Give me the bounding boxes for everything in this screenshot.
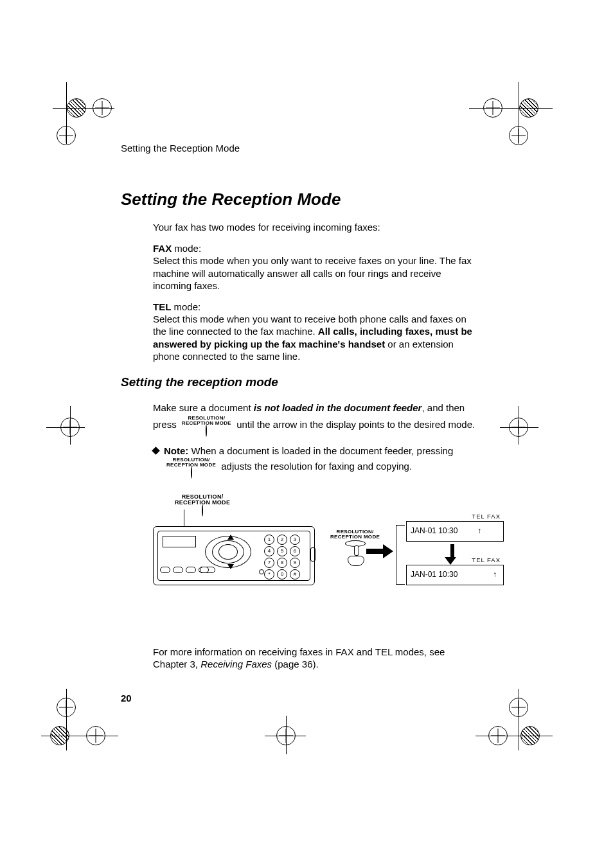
- tel-mode-heading: TEL mode: Select this mode when you want…: [153, 301, 481, 362]
- fax-mode-suffix: mode:: [172, 243, 201, 254]
- keypad-8: 8: [277, 558, 287, 568]
- intro-paragraph: Your fax has two modes for receiving inc…: [153, 221, 481, 233]
- keypad-0: 0: [277, 569, 287, 580]
- fax-machine-illustration: 123 456 789 *0#: [153, 526, 315, 585]
- keypad-7: 7: [264, 558, 274, 568]
- small-button-icon: [200, 567, 215, 573]
- arrow-right-icon: [366, 545, 393, 557]
- nav-up-icon: [227, 535, 234, 540]
- resolution-reception-mode-key-icon: RESOLUTION/ RECEPTION MODE: [182, 416, 231, 436]
- step-post: until the arrow in the display points to…: [236, 420, 475, 430]
- keypad-1: 1: [264, 535, 274, 545]
- tel-fax-label: TEL FAX: [472, 513, 501, 520]
- tel-mode-suffix: mode:: [171, 301, 200, 312]
- speaker-grill-icon: [205, 536, 251, 568]
- subsection-title: Setting the reception mode: [121, 375, 493, 389]
- step-em: is not loaded in the document feeder: [254, 402, 422, 413]
- resolution-reception-mode-key-icon: RESOLUTION/ RECEPTION MODE: [330, 529, 380, 540]
- fax-mode-heading: FAX mode: Select this mode when you only…: [153, 242, 481, 292]
- lcd-time: JAN-01 10:30: [411, 526, 458, 535]
- fax-mode-label: FAX: [153, 243, 172, 254]
- tel-mode-label: TEL: [153, 301, 171, 312]
- note-block: Note: When a document is loaded in the d…: [153, 445, 481, 477]
- keypad-3: 3: [290, 535, 300, 545]
- lcd-state-tel: TEL FAX JAN-01 10:30 ↑: [406, 521, 504, 542]
- keypad-hash: #: [290, 569, 300, 580]
- keypad-4: 4: [264, 546, 274, 556]
- resolution-reception-mode-key-icon: RESOLUTION/ RECEPTION MODE: [166, 457, 216, 477]
- caret-tel-icon: ↑: [477, 526, 481, 535]
- page-title: Setting the Reception Mode: [121, 190, 493, 209]
- footer-post: (page 36).: [272, 659, 319, 669]
- keypad-6: 6: [290, 546, 300, 556]
- keypad-2: 2: [277, 535, 287, 545]
- page-number: 20: [121, 693, 132, 704]
- dot-button-icon: [259, 569, 264, 574]
- keypad-5: 5: [277, 546, 287, 556]
- page: Setting the Reception Mode Setting the R…: [0, 0, 613, 868]
- keypad-illustration: 123 456 789 *0#: [264, 535, 300, 581]
- footer-em: Receiving Faxes: [200, 659, 272, 669]
- lcd-state-fax: TEL FAX JAN-01 10:30 ↑: [406, 565, 504, 585]
- fax-mode-body: Select this mode when you only want to r…: [153, 255, 472, 290]
- footer-paragraph: For more information on receiving faxes …: [153, 646, 481, 670]
- note-post: adjusts the resolution for faxing and co…: [221, 461, 412, 472]
- reception-mode-diagram: RESOLUTION/ RECEPTION MODE 123: [153, 494, 513, 610]
- key-label-callout: RESOLUTION/ RECEPTION MODE: [172, 494, 233, 516]
- note-pre: When a document is loaded in the documen…: [188, 445, 453, 456]
- bracket-line: [396, 584, 405, 585]
- tel-fax-label: TEL FAX: [472, 556, 501, 563]
- note-label: Note:: [164, 445, 188, 456]
- lcd-time: JAN-01 10:30: [411, 570, 458, 579]
- content-area: Setting the Reception Mode Setting the R…: [121, 143, 493, 680]
- nav-down-icon: [227, 564, 234, 569]
- step-pre: Make sure a document: [153, 402, 254, 413]
- caret-fax-icon: ↑: [493, 570, 497, 579]
- bracket-line: [396, 525, 405, 526]
- running-head: Setting the Reception Mode: [121, 143, 493, 154]
- diamond-bullet-icon: [152, 447, 160, 456]
- keypad-star: *: [264, 569, 274, 580]
- step-mid: , and then: [422, 402, 465, 413]
- step-paragraph: Make sure a document is not loaded in th…: [153, 400, 481, 436]
- side-port-icon: [310, 547, 315, 562]
- step-press-word: press: [153, 420, 177, 430]
- arrow-down-icon: [449, 544, 456, 565]
- resolution-reception-mode-key-icon: RESOLUTION/ RECEPTION MODE: [175, 494, 230, 516]
- fax-lcd-icon: [163, 536, 196, 547]
- hand-press-icon: [345, 549, 366, 566]
- bracket-line: [396, 525, 396, 584]
- keypad-9: 9: [290, 558, 300, 568]
